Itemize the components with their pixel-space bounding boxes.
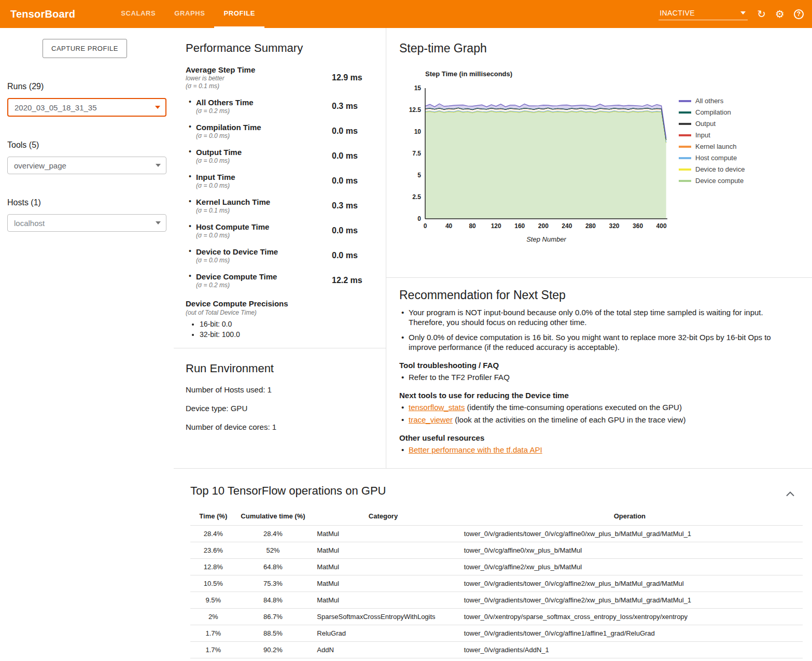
metric-value: 0.3 ms [332, 201, 358, 210]
legend-label: Device to device [695, 165, 745, 173]
table-row: 28.4%28.4%MatMultower_0/v/gradients/towe… [190, 526, 803, 542]
run-environment-title: Run Environment [186, 362, 376, 375]
column-header: Category [310, 509, 456, 526]
top-ops-table: Time (%)Cumulative time (%)CategoryOpera… [190, 509, 803, 661]
top-ops-title: Top 10 TensorFlow operations on GPU [190, 484, 809, 498]
hosts-dropdown-value: localhost [14, 219, 45, 228]
legend-swatch [679, 100, 691, 102]
legend-swatch [679, 168, 691, 171]
list-item: •Only 0.0% of device computation is 16 b… [399, 332, 789, 352]
legend-item: Kernel launch [679, 143, 745, 150]
list-item: •Your program is NOT input-bound because… [399, 307, 789, 327]
svg-text:80: 80 [469, 222, 476, 230]
svg-text:0: 0 [424, 222, 427, 230]
legend-swatch [679, 157, 691, 159]
tab-graphs[interactable]: GRAPHS [165, 0, 214, 28]
rec-subsections: Tool troubleshooting / FAQ•Refer to the … [399, 361, 789, 455]
metric-row: Average Step Timelower is better(σ = 0.1… [186, 61, 376, 94]
svg-text:240: 240 [562, 222, 572, 230]
metrics-list: Average Step Timelower is better(σ = 0.1… [186, 61, 376, 293]
legend-label: Input [695, 131, 710, 139]
rec-subheading: Next tools to use for reducing the Devic… [399, 391, 789, 400]
top-bar: TensorBoard SCALARSGRAPHSPROFILE INACTIV… [0, 0, 812, 28]
table-row: 1.7%91.9%ApplyGradientDescentappend_appl… [190, 658, 803, 661]
runs-dropdown-value: 2020_03_05_18_31_35 [15, 103, 97, 112]
chevron-down-icon [155, 106, 160, 109]
run-environment-section: Run Environment Number of Hosts used: 1D… [174, 362, 386, 431]
table-row: 12.8%64.8%MatMultower_0/v/cg/affine2/xw_… [190, 559, 803, 575]
legend-label: Output [695, 120, 716, 128]
rec-subheading: Tool troubleshooting / FAQ [399, 361, 789, 370]
metric-row: •All Others Time(σ = 0.2 ms)0.3 ms [186, 94, 376, 119]
legend-item: Device to device [679, 165, 745, 173]
svg-text:400: 400 [656, 222, 667, 230]
tensorflow-stats-link[interactable]: tensorflow_stats [409, 403, 465, 412]
tools-label: Tools (5) [7, 140, 174, 150]
metric-value: 12.2 ms [332, 276, 362, 285]
metric-value: 12.9 ms [332, 73, 362, 82]
tab-profile[interactable]: PROFILE [214, 0, 264, 28]
legend-label: Compilation [695, 108, 731, 116]
capture-profile-button[interactable]: CAPTURE PROFILE [43, 39, 127, 58]
list-item: •Refer to the TF2 Profiler FAQ [399, 372, 789, 382]
run-environment-lines: Number of Hosts used: 1Device type: GPUN… [186, 385, 376, 431]
sidebar: CAPTURE PROFILE Runs (29) 2020_03_05_18_… [0, 28, 174, 661]
precisions-note: (out of Total Device Time) [186, 309, 376, 316]
metric-row: •Input Time(σ = 0.0 ms)0.0 ms [186, 168, 376, 193]
table-row: 1.7%88.5%ReluGradtower_0/v/gradients/tow… [190, 625, 803, 642]
step-time-graph-section: Step-time Graph Step Time (in millisecon… [386, 28, 812, 278]
legend-label: All others [695, 97, 723, 105]
status-dropdown[interactable]: INACTIVE [659, 8, 748, 20]
status-dropdown-value: INACTIVE [660, 9, 695, 17]
metric-row: •Host Compute Time(σ = 0.0 ms)0.0 ms [186, 218, 376, 243]
table-row: 9.5%84.8%MatMultower_0/v/gradients/tower… [190, 592, 803, 609]
app-title: TensorBoard [10, 8, 75, 20]
svg-text:12.5: 12.5 [409, 106, 422, 114]
runs-dropdown[interactable]: 2020_03_05_18_31_35 [7, 98, 166, 117]
table-row: 23.6%52%MatMultower_0/v/cg/affine0/xw_pl… [190, 542, 803, 559]
metric-row: •Kernel Launch Time(σ = 0.1 ms)0.3 ms [186, 193, 376, 218]
legend-swatch [679, 123, 691, 125]
better-performance-with-the-tf-data-api-link[interactable]: Better performance with the tf.data API [409, 445, 542, 454]
tools-dropdown[interactable]: overview_page [7, 157, 166, 174]
legend-swatch [679, 180, 691, 182]
step-time-graph-title: Step-time Graph [399, 41, 812, 55]
refresh-icon[interactable]: ↻ [757, 9, 766, 19]
legend-item: Compilation [679, 108, 745, 116]
metric-value: 0.0 ms [332, 176, 358, 186]
chart-legend: All othersCompilationOutputInputKernel l… [679, 97, 745, 247]
collapse-button[interactable] [784, 488, 796, 500]
svg-text:10: 10 [414, 128, 422, 135]
list-item: •tensorflow_stats (identify the time-con… [399, 402, 789, 412]
trace-viewer-link[interactable]: trace_viewer [409, 415, 453, 424]
performance-summary-section: Performance Summary Average Step Timelow… [174, 28, 386, 468]
list-item: •trace_viewer (look at the activities on… [399, 415, 789, 425]
nav-tabs: SCALARSGRAPHSPROFILE [111, 0, 264, 28]
svg-text:360: 360 [633, 222, 643, 230]
table-row: 10.5%75.3%MatMultower_0/v/gradients/towe… [190, 575, 803, 592]
svg-text:5: 5 [417, 172, 421, 179]
table-header-row: Time (%)Cumulative time (%)CategoryOpera… [190, 509, 803, 526]
settings-icon[interactable]: ⚙ [775, 9, 785, 19]
hosts-dropdown[interactable]: localhost [7, 214, 166, 232]
metric-value: 0.3 ms [332, 102, 358, 111]
chart-box: Step Time (in milliseconds) 02.557.51012… [399, 70, 671, 247]
table-row: 2%86.7%SparseSoftmaxCrossEntropyWithLogi… [190, 609, 803, 625]
metric-row: •Output Time(σ = 0.0 ms)0.0 ms [186, 144, 376, 168]
precisions-title: Device Compute Precisions [186, 299, 376, 308]
list-item: •Better performance with the tf.data API [399, 445, 789, 455]
svg-text:280: 280 [585, 222, 596, 230]
chevron-down-icon [156, 221, 161, 224]
tab-scalars[interactable]: SCALARS [111, 0, 165, 28]
recommendation-title: Recommendation for Next Step [399, 288, 789, 302]
legend-label: Device compute [695, 177, 744, 185]
recommendation-section: Recommendation for Next Step •Your progr… [386, 278, 812, 457]
main-content: Performance Summary Average Step Timelow… [174, 28, 812, 661]
metric-row: •Device to Device Time(σ = 0.0 ms)0.0 ms [186, 243, 376, 268]
chart-title: Step Time (in milliseconds) [425, 70, 671, 78]
help-icon[interactable]: ? [794, 9, 804, 19]
svg-text:160: 160 [514, 222, 525, 230]
metric-row: •Compilation Time(σ = 0.0 ms)0.0 ms [186, 119, 376, 144]
column-header: Time (%) [190, 509, 236, 526]
legend-swatch [679, 134, 691, 136]
